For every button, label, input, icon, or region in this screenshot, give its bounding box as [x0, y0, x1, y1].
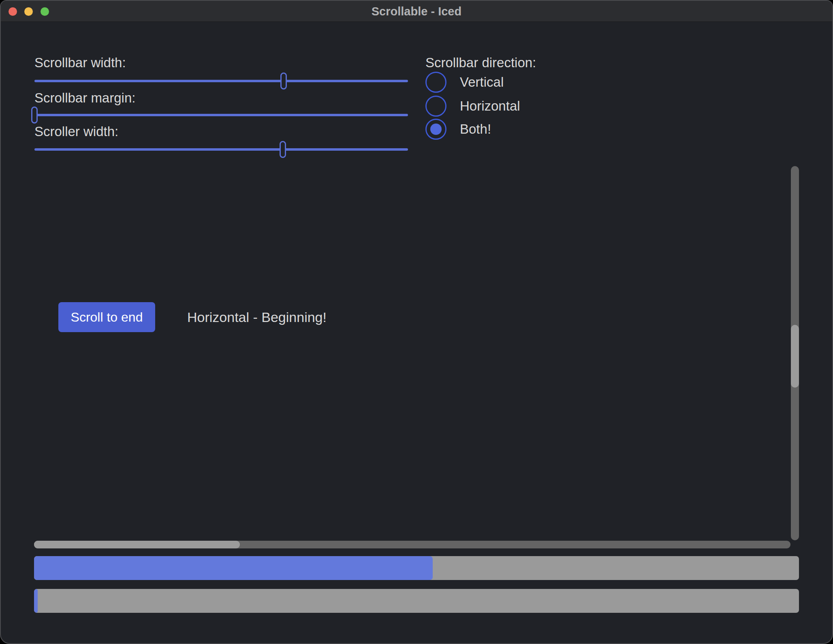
scroller-width-slider[interactable] [34, 141, 408, 158]
progress-fill [34, 556, 433, 580]
slider-handle[interactable] [280, 73, 287, 90]
slider-track[interactable] [34, 148, 408, 151]
radio-selected-dot-icon [430, 124, 442, 135]
slider-handle[interactable] [280, 141, 286, 158]
titlebar[interactable]: Scrollable - Iced [1, 1, 832, 22]
progress-fill [34, 589, 38, 613]
scrollbar-width-label: Scrollbar width: [34, 55, 126, 70]
vertical-scrollbar-track[interactable] [791, 166, 799, 540]
app-window: Scrollable - Iced Scrollbar width: Scrol… [0, 0, 833, 644]
horizontal-progress-bar [34, 556, 799, 580]
window-title: Scrollable - Iced [1, 1, 832, 22]
scroll-status-text: Horizontal - Beginning! [187, 302, 327, 332]
scrollbar-margin-slider[interactable] [34, 107, 408, 124]
slider-track[interactable] [34, 80, 408, 82]
radio-label: Horizontal [460, 98, 520, 114]
scrollbar-direction-label: Scrollbar direction: [425, 55, 536, 70]
close-button[interactable] [9, 7, 17, 16]
radio-both[interactable]: Both! [425, 119, 491, 140]
radio-circle-icon[interactable] [425, 119, 446, 140]
radio-circle-icon[interactable] [425, 96, 446, 117]
scroller-width-label: Scroller width: [34, 124, 118, 139]
radio-label: Vertical [460, 75, 504, 90]
radio-circle-icon[interactable] [425, 72, 446, 93]
scrollbar-margin-label: Scrollbar margin: [34, 90, 135, 106]
scroll-to-end-button[interactable]: Scroll to end [58, 302, 155, 332]
horizontal-scrollbar-thumb[interactable] [34, 541, 240, 548]
slider-handle[interactable] [31, 107, 38, 124]
vertical-scrollbar-thumb[interactable] [791, 325, 799, 388]
radio-horizontal[interactable]: Horizontal [425, 96, 520, 117]
horizontal-scrollbar-track[interactable] [34, 541, 790, 548]
vertical-progress-bar [34, 589, 799, 613]
zoom-button[interactable] [41, 7, 49, 16]
radio-label: Both! [460, 122, 491, 137]
scroll-to-end-button-label: Scroll to end [71, 310, 143, 325]
radio-vertical[interactable]: Vertical [425, 72, 504, 93]
minimize-button[interactable] [24, 7, 33, 16]
scrollbar-width-slider[interactable] [34, 73, 408, 90]
slider-track[interactable] [34, 114, 408, 116]
